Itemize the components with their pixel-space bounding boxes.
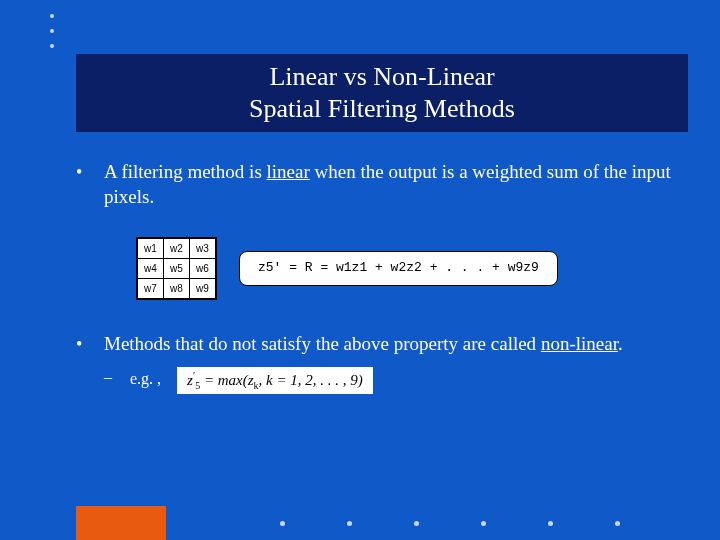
weight-cell: w4 bbox=[138, 259, 164, 279]
decorative-dots-bottom bbox=[280, 521, 620, 526]
weight-cell: w1 bbox=[138, 239, 164, 259]
title-line-2: Spatial Filtering Methods bbox=[249, 93, 515, 126]
weight-cell: w9 bbox=[190, 279, 216, 299]
bullet-linear-pre: A filtering method is bbox=[104, 161, 267, 182]
linear-equation: z5' = R = w1z1 + w2z2 + . . . + w9z9 bbox=[239, 251, 558, 286]
max-equation: z′5 = max(zk, k = 1, 2, . . . , 9) bbox=[177, 367, 373, 394]
subbullet-example: e.g. , z′5 = max(zk, k = 1, 2, . . . , 9… bbox=[104, 367, 672, 394]
weight-cell: w5 bbox=[164, 259, 190, 279]
weight-cell: w7 bbox=[138, 279, 164, 299]
weight-grid: w1 w2 w3 w4 w5 w6 w7 w8 w9 bbox=[136, 237, 217, 300]
bullet-nonlinear-post: . bbox=[618, 333, 623, 354]
weight-cell: w2 bbox=[164, 239, 190, 259]
weight-cell: w6 bbox=[190, 259, 216, 279]
slide-title: Linear vs Non-Linear Spatial Filtering M… bbox=[76, 54, 688, 132]
bullet-nonlinear-pre: Methods that do not satisfy the above pr… bbox=[104, 333, 541, 354]
decorative-orange-block bbox=[76, 506, 166, 540]
figure-row: w1 w2 w3 w4 w5 w6 w7 w8 w9 z5' = R = w1z… bbox=[136, 237, 672, 300]
slide-body: A filtering method is linear when the ou… bbox=[76, 160, 672, 394]
bullet-nonlinear: Methods that do not satisfy the above pr… bbox=[76, 332, 672, 357]
example-label: e.g. , bbox=[130, 370, 161, 387]
bullet-linear: A filtering method is linear when the ou… bbox=[76, 160, 672, 209]
title-line-1: Linear vs Non-Linear bbox=[269, 61, 494, 94]
weight-cell: w3 bbox=[190, 239, 216, 259]
bullet-linear-keyword: linear bbox=[267, 161, 310, 182]
weight-cell: w8 bbox=[164, 279, 190, 299]
bullet-nonlinear-keyword: non-linear bbox=[541, 333, 618, 354]
decorative-dots-top bbox=[50, 14, 54, 48]
